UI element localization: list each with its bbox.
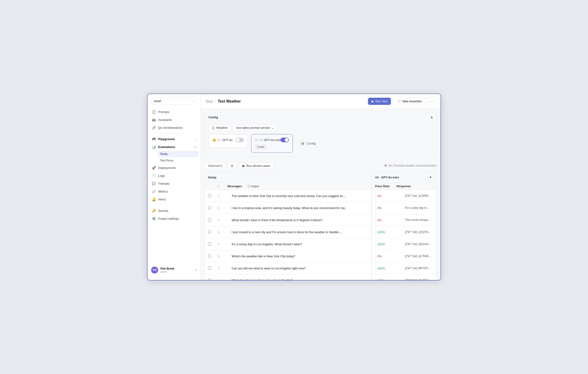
config-header[interactable]: Config ∧ — [205, 113, 437, 122]
sidebar-item-assistants[interactable]: 🤖 Assistants — [149, 116, 199, 123]
sidebar-item-threads[interactable]: 💬 Threads — [149, 180, 199, 187]
row-checkbox[interactable] — [208, 194, 212, 198]
more-options-button[interactable]: ··· — [428, 97, 436, 105]
row-model-data: 100% [{"id":"call_jZvztK35tn0lgyyr0zL2aV… — [372, 275, 437, 280]
table-row[interactable]: 2 I live in a tropical area, and it's ra… — [205, 202, 437, 214]
helper-icon: ⬡ — [247, 184, 250, 188]
user-name: Petr Brzek — [160, 267, 174, 270]
sidebar-item-secrets[interactable]: 🔑 Secrets — [149, 207, 199, 214]
config-row-prompt: 📋 Weather Use latest prompt version ⌄ — [209, 125, 433, 131]
sidebar-item-playground[interactable]: 🎮 Playground ⌄ — [149, 135, 199, 143]
row-pass-rate: 100% — [375, 240, 396, 248]
table-row[interactable]: 7 Can you tell me what to wear in Los An… — [205, 262, 437, 275]
model-toggle-1[interactable] — [236, 138, 244, 142]
sidebar-item-evaluations[interactable]: 📊 Evaluations ∧ — [149, 143, 199, 150]
sidebar-item-prompts[interactable]: 📋 Prompts — [149, 108, 199, 116]
footer-chevron-icon[interactable]: ∧ — [195, 269, 197, 272]
run-all-test-cases-button[interactable]: ▶ Run all test cases — [239, 162, 274, 169]
header-actions: ▶ Run Test 📄 New Assertion ··· — [368, 97, 436, 105]
table-row[interactable]: 4 I just moved to a new city and I'm uns… — [205, 226, 437, 238]
page-title: Test Weather — [218, 99, 241, 104]
row-message: The weather in New York City is currentl… — [230, 192, 350, 200]
row-setup: 7 Can you tell me what to wear in Los An… — [205, 262, 372, 274]
prompt-badge[interactable]: 📋 Weather — [209, 125, 231, 131]
sidebar-item-tests[interactable]: Tests — [158, 151, 199, 157]
add-config-button[interactable]: ⊕ Config — [296, 137, 319, 150]
app-frame: Josef ⌄ 📋 Prompts 🤖 Assistants 🔗 — [147, 94, 441, 280]
sidebar-item-label: Qo Orchestrations — [158, 126, 183, 129]
model-tag-label: model — [255, 145, 266, 149]
table-row[interactable]: 6 What's the weather like in New York Ci… — [205, 250, 437, 262]
row-checkbox[interactable] — [208, 206, 212, 210]
sidebar-item-label: Secrets — [158, 209, 168, 213]
new-assertion-button[interactable]: 📄 New Assertion — [393, 97, 425, 105]
main-content: Tests › Test Weather ▶ Run Test 📄 New As… — [201, 94, 441, 280]
version-chevron-icon: ⌄ — [272, 126, 274, 129]
evaluations-icon: 📊 — [152, 145, 156, 149]
row-model-data: 100% [{"id":"call_BRYvPrEikGHTVMUc95gLqm… — [372, 262, 437, 274]
table-row[interactable]: 1 The weather in New York City is curren… — [205, 190, 437, 202]
col-helper-label: helper — [251, 184, 259, 188]
model-toggle-2[interactable] — [281, 138, 289, 142]
row-pass-rate: 0% — [375, 204, 396, 212]
row-setup: 8 What should I wear for a rainy day in … — [205, 275, 372, 280]
nav-group-alerts: 🔔 Alerts — [149, 196, 199, 203]
col-model-cols: Pass Rate Response — [372, 182, 437, 190]
crown-icon: 👑 — [212, 138, 216, 142]
row-model-data: 0% [{"id":"call_aLDRWfjqzF4HGviT5mGKeLg2 — [372, 190, 437, 202]
test-table: Setup #2 - GPT-4o-mini + # Messages ⬡ — [204, 172, 437, 280]
model-card-header-2: ⬡ #2 GPT-4o-mini — [255, 138, 289, 142]
row-checkbox[interactable] — [208, 255, 212, 258]
add-model-col-button[interactable]: + — [428, 174, 433, 180]
sidebar-item-label: Logs — [158, 174, 165, 178]
sidebar-item-alerts[interactable]: 🔔 Alerts — [149, 196, 199, 203]
row-checkbox[interactable] — [208, 267, 212, 270]
table-row[interactable]: 3 What should I wear in Paris if the tem… — [205, 214, 437, 226]
playground-chevron-icon: ⌄ — [194, 138, 196, 141]
avatar: PB — [151, 267, 158, 274]
breadcrumb-parent[interactable]: Tests — [205, 99, 213, 103]
sidebar-item-metrics[interactable]: 📈 Metrics — [149, 188, 199, 195]
table-row[interactable]: 8 What should I wear for a rainy day in … — [205, 275, 437, 280]
row-checkbox[interactable] — [208, 230, 212, 234]
breadcrumb-separator: › — [215, 99, 216, 103]
delete-button[interactable]: 🗑 — [228, 162, 236, 169]
metrics-icon: 📈 — [152, 190, 156, 193]
row-setup: 1 The weather in New York City is curren… — [205, 190, 372, 202]
col-passrate: Pass Rate — [375, 184, 389, 188]
add-config-plus-icon: ⊕ — [300, 141, 305, 146]
sidebar-item-deployments[interactable]: 🚀 Deployments — [149, 164, 199, 171]
user-details: Petr Brzek acme — [160, 267, 174, 273]
row-num: 3 — [218, 216, 224, 224]
sidebar-item-label: Alerts — [158, 198, 166, 201]
assertion-icon: 📄 — [397, 99, 401, 103]
play-icon: ▶ — [372, 99, 374, 103]
row-checkbox[interactable] — [208, 279, 212, 280]
breadcrumb: Tests › Test Weather — [205, 99, 241, 104]
run-test-label: Run Test — [375, 99, 387, 103]
user-info: PB Petr Brzek acme — [151, 267, 174, 274]
sidebar-item-label: Assistants — [158, 118, 172, 122]
add-config-label: Config — [307, 142, 315, 145]
row-pass-rate: 0% — [375, 216, 396, 224]
sidebar-item-logs[interactable]: 📄 Logs — [149, 172, 199, 179]
table-row[interactable]: 5 It's a sunny day in Los Angeles. What … — [205, 238, 437, 250]
row-checkbox[interactable] — [208, 218, 212, 222]
workspace-selector[interactable]: Josef ⌄ — [151, 98, 197, 104]
model-num-2: #2 — [259, 138, 262, 142]
sidebar-item-label: Test Runs — [160, 159, 173, 162]
sidebar-item-orchestrations[interactable]: 🔗 Qo Orchestrations — [149, 124, 199, 131]
sidebar-item-project-settings[interactable]: ⚙️ Project settings — [149, 215, 199, 222]
model-name-1: GPT-4o — [222, 138, 232, 142]
row-setup: 2 I live in a tropical area, and it's ra… — [205, 202, 372, 214]
version-select[interactable]: Use latest prompt version ⌄ — [233, 125, 277, 131]
row-message: It's a sunny day in Los Angeles. What sh… — [230, 240, 350, 248]
row-checkbox[interactable] — [208, 242, 212, 246]
user-org: acme — [160, 270, 174, 273]
orchestrations-icon: 🔗 — [152, 126, 156, 129]
llm-badge: 👁 llm: Provided weather recommendation — [384, 164, 437, 168]
row-model-data: 0% The current temperature in Paris is a… — [372, 214, 437, 226]
sidebar-item-test-runs[interactable]: Test Runs — [158, 157, 199, 164]
run-test-button[interactable]: ▶ Run Test — [368, 98, 391, 105]
nav-group-logs: 📄 Logs — [149, 172, 199, 179]
